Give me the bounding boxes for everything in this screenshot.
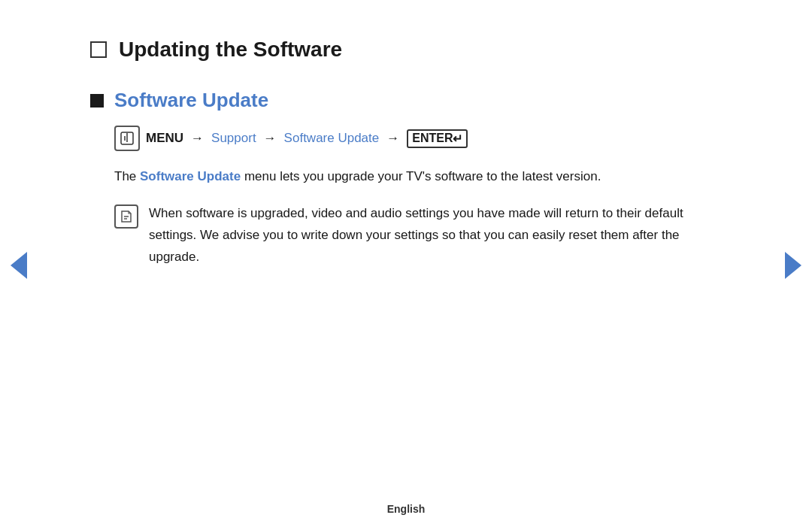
heading-checkbox [90,41,107,58]
description-text: The Software Update menu lets you upgrad… [114,166,722,188]
description-prefix: The [114,169,140,183]
menu-button-icon [114,126,140,151]
section-header: Software Update [90,89,722,112]
footer-language: English [387,503,426,515]
page-title: Updating the Software [119,38,342,62]
note-icon [114,204,138,229]
nav-instruction: MENU → Support → Software Update → ENTER… [114,126,722,151]
arrow-1: → [191,131,204,146]
arrow-3: → [386,131,399,146]
note-block: When software is upgraded, video and aud… [114,203,722,268]
enter-button-icon: ENTER↵ [407,129,468,148]
section-title: Software Update [114,89,268,112]
section-bullet [90,94,104,108]
software-update-section: Software Update MENU → Support → Softwar… [90,89,722,268]
note-text: When software is upgraded, video and aud… [149,203,722,268]
next-page-button[interactable] [785,252,801,279]
support-link: Support [211,131,256,146]
description-suffix: menu lets you upgrade your TV's software… [241,169,601,183]
software-update-nav-link: Software Update [284,131,380,146]
prev-page-button[interactable] [11,252,27,279]
menu-text: MENU [146,131,183,146]
svg-point-1 [126,133,128,135]
arrow-2: → [264,131,277,146]
description-highlight: Software Update [140,169,241,183]
